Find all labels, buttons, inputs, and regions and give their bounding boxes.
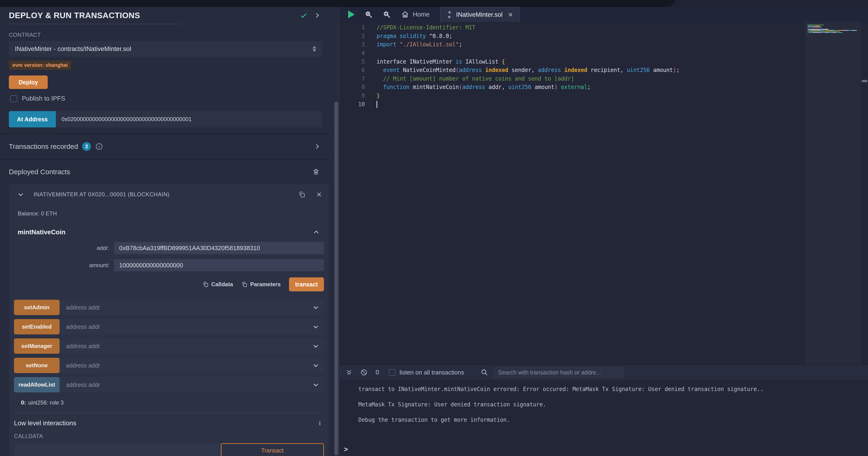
code-text: } — [376, 92, 380, 99]
line-number: 9 — [339, 92, 365, 99]
transactions-recorded-row[interactable]: Transactions recorded 2 — [0, 134, 330, 160]
main-region: Home INativeMinter.sol 1//SPDX-License-I… — [339, 7, 868, 456]
check-icon — [300, 11, 308, 19]
zoom-out-icon[interactable] — [365, 10, 373, 19]
function-row-setNone: setNoneaddress addr — [14, 358, 324, 373]
panel-title: DEPLOY & RUN TRANSACTIONS — [9, 11, 300, 20]
clear-console-icon[interactable] — [360, 369, 368, 376]
zoom-in-icon[interactable] — [382, 10, 391, 19]
evm-version-badge: evm version: shanghai — [9, 61, 71, 70]
card-divider — [15, 413, 323, 414]
calldata-input[interactable] — [14, 443, 221, 456]
line-number: 6 — [339, 67, 365, 74]
function-row-setManager: setManageraddress addr — [14, 338, 324, 354]
panel-header: DEPLOY & RUN TRANSACTIONS — [0, 7, 330, 20]
setNone-button[interactable]: setNone — [14, 358, 60, 373]
window-top-strip-notch — [670, 0, 868, 7]
collapse-terminal-icon[interactable] — [345, 369, 353, 376]
close-icon[interactable] — [316, 192, 322, 198]
select-arrows-icon — [312, 46, 316, 52]
code-line-8: 8 function mintNativeCoin(address addr, … — [339, 83, 868, 91]
readAllowList-button[interactable]: readAllowList — [14, 377, 60, 392]
deploy-button[interactable]: Deploy — [9, 76, 48, 89]
code-editor[interactable]: 1//SPDX-License-Identifier: MIT2pragma s… — [339, 22, 868, 365]
copy-icon — [203, 281, 209, 288]
panel-scrollbar[interactable] — [334, 102, 338, 455]
amount-field-label: amount: — [14, 262, 114, 268]
code-line-10: 10 — [339, 100, 868, 109]
code-line-1: 1//SPDX-License-Identifier: MIT — [339, 23, 868, 32]
play-icon[interactable] — [348, 10, 354, 19]
tab-inativeminter[interactable]: INativeMinter.sol — [440, 7, 519, 22]
calldata-action-label: Calldata — [211, 281, 233, 288]
terminal-log: transact to INativeMinter.mintNativeCoin… — [339, 380, 868, 423]
info-icon — [95, 143, 103, 150]
header-underline — [9, 24, 181, 24]
function-row-setEnabled: setEnabledaddress addr — [14, 319, 324, 335]
deployed-contract-card: INATIVEMINTER AT 0X020...00001 (BLOCKCHA… — [9, 184, 329, 456]
at-address-input[interactable]: 0x02000000000000000000000000000000000000… — [56, 111, 322, 127]
transactions-recorded-label: Transactions recorded — [9, 143, 78, 150]
chevron-down-icon[interactable] — [312, 323, 319, 330]
amount-field-row: amount: 1000000000000000000 — [14, 259, 324, 271]
trash-icon[interactable] — [312, 168, 320, 176]
parameters-action[interactable]: Parameters — [241, 281, 281, 288]
setManager-button[interactable]: setManager — [14, 338, 60, 354]
deployed-contracts-row: Deployed Contracts — [0, 160, 330, 184]
chevron-down-icon[interactable] — [312, 381, 319, 388]
search-icon — [480, 368, 489, 376]
line-number: 3 — [339, 41, 365, 48]
contract-balance: Balance: 0 ETH — [18, 210, 324, 217]
chevron-down-icon[interactable] — [17, 191, 24, 198]
readAllowList-address-input[interactable]: address addr — [66, 381, 312, 388]
at-address-button[interactable]: At Address — [9, 111, 56, 127]
setNone-address-input[interactable]: address addr — [66, 362, 312, 369]
info-icon: i — [319, 420, 321, 427]
setEnabled-button[interactable]: setEnabled — [14, 319, 60, 335]
contract-select-value: INativeMinter - contracts/INativeMinter.… — [15, 46, 312, 53]
addr-field-label: addr: — [14, 245, 114, 251]
transact-button[interactable]: transact — [289, 277, 324, 291]
calldata-row: Transact — [14, 443, 324, 456]
tab-home[interactable]: Home — [401, 10, 430, 19]
calldata-action[interactable]: Calldata — [203, 281, 233, 288]
code-text: interface INativeMinter is IAllowList { — [376, 58, 505, 65]
addr-field-input[interactable]: 0xB78cbAa319ffBD899951AA30D4320f58189383… — [114, 242, 324, 254]
chevron-down-icon[interactable] — [312, 343, 319, 349]
low-level-transact-button[interactable]: Transact — [221, 443, 324, 456]
copy-icon[interactable] — [298, 191, 306, 198]
editor-scrollbar[interactable] — [862, 80, 867, 82]
tab-file-label: INativeMinter.sol — [456, 11, 503, 19]
listen-all-checkbox[interactable] — [389, 369, 395, 376]
minimap[interactable] — [805, 22, 861, 365]
panel-expand-chevron-right-icon[interactable] — [314, 12, 321, 19]
contract-label: CONTRACT — [9, 32, 321, 38]
code-text: // Mint [amount] number of native coins … — [376, 76, 574, 82]
terminal: 0 listen on all transactions transact to… — [339, 365, 868, 456]
terminal-search-input[interactable] — [494, 367, 624, 378]
addr-field-row: addr: 0xB78cbAa319ffBD899951AA30D4320f58… — [14, 242, 324, 254]
close-icon[interactable] — [508, 12, 514, 18]
function-header[interactable]: mintNativeCoin — [18, 228, 324, 236]
chevron-down-icon[interactable] — [312, 362, 319, 369]
read-result-index: 0: — [21, 399, 26, 406]
code-line-7: 7 // Mint [amount] number of native coin… — [339, 75, 868, 83]
line-number: 4 — [339, 50, 365, 56]
amount-field-input[interactable]: 1000000000000000000 — [114, 259, 324, 271]
deploy-run-panel: DEPLOY & RUN TRANSACTIONS CONTRACT INati… — [0, 7, 330, 456]
contract-select[interactable]: INativeMinter - contracts/INativeMinter.… — [9, 41, 322, 57]
setAdmin-button[interactable]: setAdmin — [14, 300, 60, 315]
chevron-up-icon[interactable] — [313, 229, 320, 236]
transactions-expand-chevron-right-icon[interactable] — [314, 143, 321, 150]
terminal-prompt[interactable]: > — [344, 445, 348, 453]
solidity-file-icon — [446, 11, 453, 19]
setEnabled-address-input[interactable]: address addr — [66, 323, 312, 330]
setManager-address-input[interactable]: address addr — [66, 343, 312, 349]
code-text: pragma solidity ^0.8.0; — [376, 33, 452, 39]
function-name: mintNativeCoin — [18, 228, 313, 236]
line-number: 5 — [339, 58, 365, 65]
setAdmin-address-input[interactable]: address addr — [66, 304, 312, 311]
publish-ipfs-checkbox[interactable] — [10, 95, 17, 102]
contract-card-header[interactable]: INATIVEMINTER AT 0X020...00001 (BLOCKCHA… — [14, 186, 324, 203]
chevron-down-icon[interactable] — [312, 304, 319, 311]
